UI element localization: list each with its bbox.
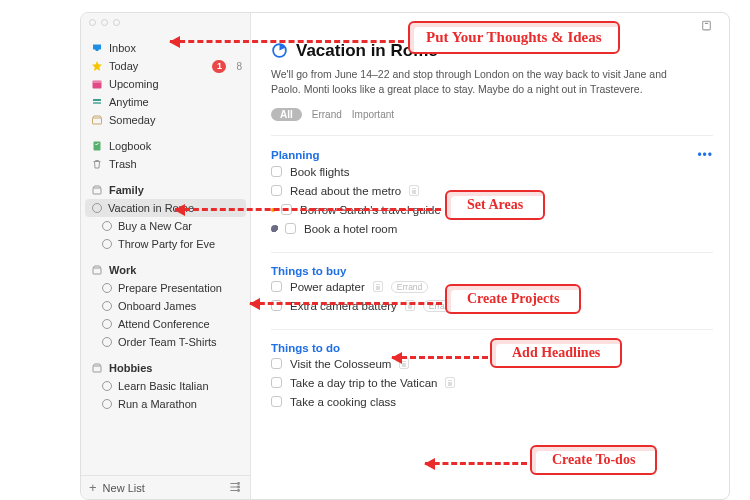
project-circle-icon: [101, 221, 112, 232]
sidebar-item-label: Throw Party for Eve: [118, 238, 242, 250]
tag-filter-all[interactable]: All: [271, 108, 302, 121]
area-icon: [91, 362, 103, 374]
note-icon: [445, 377, 455, 388]
arrow-areas: [175, 208, 441, 211]
task-row[interactable]: Take a day trip to the Vatican: [271, 373, 713, 392]
sidebar-area-heading[interactable]: Work: [81, 261, 250, 279]
callout-headlines: Add Headlines: [490, 338, 622, 368]
heading-row[interactable]: Planning•••: [271, 148, 713, 162]
sidebar-area-heading[interactable]: Family: [81, 181, 250, 199]
area-icon: [91, 184, 103, 196]
task-title: Book a hotel room: [304, 223, 397, 235]
svg-point-11: [238, 489, 240, 491]
sidebar-project[interactable]: Buy a New Car: [81, 217, 250, 235]
sidebar-project[interactable]: Attend Conference: [81, 315, 250, 333]
sidebar-project[interactable]: Prepare Presentation: [81, 279, 250, 297]
arrow-thoughts: [170, 40, 404, 43]
project-circle-icon: [101, 399, 112, 410]
tag-filter-important[interactable]: Important: [352, 109, 394, 120]
sidebar-item-label: Someday: [109, 114, 242, 126]
count: 8: [236, 61, 242, 72]
task-title: Read about the metro: [290, 185, 401, 197]
task-row[interactable]: Take a cooking class: [271, 392, 713, 411]
plus-icon: +: [89, 480, 97, 495]
svg-rect-6: [93, 188, 101, 194]
callout-projects: Create Projects: [445, 284, 581, 314]
new-list-button[interactable]: New List: [103, 482, 145, 494]
settings-icon[interactable]: [228, 480, 242, 496]
sidebar-item-label: Onboard James: [118, 300, 242, 312]
svg-rect-4: [93, 118, 102, 124]
task-checkbox[interactable]: [271, 396, 282, 407]
svg-rect-1: [93, 81, 102, 84]
calendar-icon: [91, 78, 103, 90]
sidebar-project[interactable]: Throw Party for Eve: [81, 235, 250, 253]
sidebar-item-label: Learn Basic Italian: [118, 380, 242, 392]
sidebar-item-today[interactable]: Today18: [81, 57, 250, 75]
window-controls: [81, 13, 250, 31]
project-circle-icon: [101, 381, 112, 392]
heading-row[interactable]: Things to buy: [271, 265, 713, 277]
sidebar-project[interactable]: Onboard James: [81, 297, 250, 315]
task-checkbox[interactable]: [271, 358, 282, 369]
arrow-todos: [425, 462, 527, 465]
svg-point-9: [238, 482, 240, 484]
tag-filter-row: All Errand Important: [271, 108, 713, 121]
sidebar-area-heading[interactable]: Hobbies: [81, 359, 250, 377]
sidebar-archive: LogbookTrash: [81, 137, 250, 173]
sidebar-item-label: Run a Marathon: [118, 398, 242, 410]
area-label: Hobbies: [109, 362, 152, 374]
star-icon: [91, 60, 103, 72]
sidebar-item-logbook[interactable]: Logbook: [81, 137, 250, 155]
window-minimize-icon[interactable]: [101, 19, 108, 26]
svg-point-10: [238, 486, 240, 488]
task-checkbox[interactable]: [271, 166, 282, 177]
window-zoom-icon[interactable]: [113, 19, 120, 26]
sidebar-footer: + New List: [81, 475, 250, 499]
arrow-projects: [250, 302, 442, 305]
share-icon[interactable]: [700, 19, 713, 35]
sidebar-item-trash[interactable]: Trash: [81, 155, 250, 173]
sidebar-item-label: Trash: [109, 158, 242, 170]
sidebar-item-anytime[interactable]: Anytime: [81, 93, 250, 111]
sidebar-item-someday[interactable]: Someday: [81, 111, 250, 129]
sidebar-item-upcoming[interactable]: Upcoming: [81, 75, 250, 93]
svg-rect-12: [703, 21, 711, 30]
task-checkbox[interactable]: [271, 377, 282, 388]
task-title: Book flights: [290, 166, 349, 178]
sidebar-project[interactable]: Run a Marathon: [81, 395, 250, 413]
sidebar-core: InboxToday18UpcomingAnytimeSomeday: [81, 39, 250, 129]
trash-icon: [91, 158, 103, 170]
task-checkbox[interactable]: [285, 223, 296, 234]
sidebar-area: HobbiesLearn Basic ItalianRun a Marathon: [81, 359, 250, 413]
task-checkbox[interactable]: [271, 281, 282, 292]
project-circle-icon: [101, 319, 112, 330]
svg-rect-2: [93, 99, 101, 101]
heading-label: Planning: [271, 149, 320, 161]
task-row[interactable]: Book a hotel room: [271, 219, 713, 238]
sidebar-item-label: Prepare Presentation: [118, 282, 242, 294]
area-label: Family: [109, 184, 144, 196]
task-tag: Errand: [391, 281, 429, 293]
sidebar-item-label: Attend Conference: [118, 318, 242, 330]
divider: [271, 252, 713, 253]
sidebar-item-label: Buy a New Car: [118, 220, 242, 232]
task-title: Visit the Colosseum: [290, 358, 391, 370]
task-row[interactable]: Book flights: [271, 162, 713, 181]
heading-more-icon[interactable]: •••: [697, 148, 713, 162]
callout-todos: Create To-dos: [530, 445, 657, 475]
project-progress-icon: [271, 42, 288, 61]
project-circle-icon: [101, 301, 112, 312]
stack-icon: [91, 96, 103, 108]
window-close-icon[interactable]: [89, 19, 96, 26]
task-title: Power adapter: [290, 281, 365, 293]
tag-filter-errand[interactable]: Errand: [312, 109, 342, 120]
sidebar-item-label: Anytime: [109, 96, 242, 108]
project-notes[interactable]: We'll go from June 14–22 and stop throug…: [271, 67, 691, 96]
sidebar-project[interactable]: Learn Basic Italian: [81, 377, 250, 395]
sidebar-project[interactable]: Order Team T-Shirts: [81, 333, 250, 351]
sidebar-area: WorkPrepare PresentationOnboard JamesAtt…: [81, 261, 250, 351]
project-circle-icon: [91, 203, 102, 214]
task-checkbox[interactable]: [271, 185, 282, 196]
svg-rect-8: [93, 366, 101, 372]
